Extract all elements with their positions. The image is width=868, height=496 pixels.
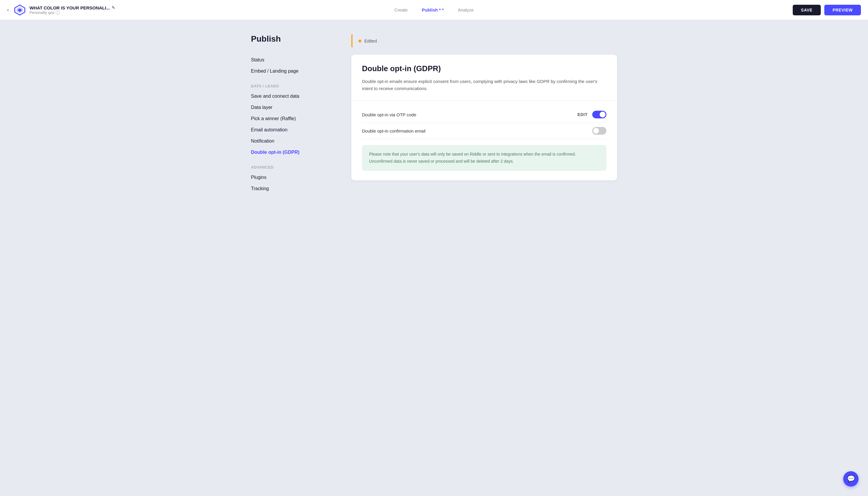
sidebar-item-plugins[interactable]: Plugins xyxy=(251,172,334,183)
toggle-otp-switch[interactable] xyxy=(592,111,606,119)
sidebar: Publish Status Embed / Landing page Data… xyxy=(251,34,334,194)
sidebar-item-status[interactable]: Status xyxy=(251,54,334,65)
sidebar-section-advanced: Advanced xyxy=(251,165,334,169)
header-nav: Create Publish * Analyze xyxy=(292,6,576,14)
header-left: ‹ WHAT COLOR IS YOUR PERSONALI... ✎ Pers… xyxy=(7,4,292,16)
sidebar-item-embed[interactable]: Embed / Landing page xyxy=(251,65,334,77)
content-area: Edited Double opt-in (GDPR) Double opt-i… xyxy=(351,34,617,194)
header-subtitle: Personality quiz i xyxy=(30,11,115,15)
info-box-text: Please note that your user's data will o… xyxy=(369,151,599,165)
preview-button[interactable]: PREVIEW xyxy=(824,5,861,15)
sidebar-item-save-connect[interactable]: Save and connect data xyxy=(251,91,334,102)
status-dot xyxy=(358,40,361,43)
chat-button[interactable]: 💬 xyxy=(843,471,858,486)
toggle-confirmation-label: Double opt-in confirmation email xyxy=(362,128,592,134)
sidebar-item-raffle[interactable]: Pick a winner (Raffle) xyxy=(251,113,334,124)
sidebar-item-notification[interactable]: Notification xyxy=(251,136,334,147)
toggle-confirmation-track xyxy=(592,127,606,135)
toggle-confirmation-thumb xyxy=(593,128,599,134)
card-title: Double opt-in (GDPR) xyxy=(362,64,606,73)
card-divider xyxy=(351,100,617,101)
chat-icon: 💬 xyxy=(847,475,855,483)
status-bar: Edited xyxy=(351,34,617,48)
toggle-row-confirmation: Double opt-in confirmation email xyxy=(362,123,606,139)
sidebar-item-double-optin[interactable]: Double opt-in (GDPR) xyxy=(251,147,334,158)
sidebar-item-tracking[interactable]: Tracking xyxy=(251,183,334,194)
sidebar-item-data-layer[interactable]: Data layer xyxy=(251,102,334,113)
toggle-otp-track xyxy=(592,111,606,119)
toggle-confirmation-switch[interactable] xyxy=(592,127,606,135)
status-text: Edited xyxy=(364,38,377,43)
toggle-otp-label: Double opt-in via OTP code xyxy=(362,112,577,117)
info-box: Please note that your user's data will o… xyxy=(362,145,606,171)
logo-icon xyxy=(14,4,26,16)
nav-analyze[interactable]: Analyze xyxy=(458,6,474,14)
sidebar-section-data: Data / Leads xyxy=(251,84,334,88)
sidebar-item-email-auto[interactable]: Email automation xyxy=(251,124,334,136)
header-title: WHAT COLOR IS YOUR PERSONALI... ✎ xyxy=(30,5,115,10)
toggle-otp-thumb xyxy=(600,112,606,118)
edit-title-icon[interactable]: ✎ xyxy=(112,5,115,10)
save-button[interactable]: SAVE xyxy=(793,5,821,15)
header-title-block: WHAT COLOR IS YOUR PERSONALI... ✎ Person… xyxy=(30,5,115,15)
back-button[interactable]: ‹ xyxy=(7,7,9,13)
app-header: ‹ WHAT COLOR IS YOUR PERSONALI... ✎ Pers… xyxy=(0,0,868,20)
card-description: Double opt-in emails ensure explicit con… xyxy=(362,78,606,92)
header-actions: SAVE PREVIEW xyxy=(576,5,861,15)
toggle-row-otp: Double opt-in via OTP code EDIT xyxy=(362,107,606,123)
main-container: Publish Status Embed / Landing page Data… xyxy=(227,20,641,208)
toggle-otp-edit[interactable]: EDIT xyxy=(577,112,588,117)
nav-publish[interactable]: Publish * xyxy=(422,6,444,14)
sidebar-title: Publish xyxy=(251,34,334,44)
nav-create[interactable]: Create xyxy=(394,6,408,14)
gdpr-card: Double opt-in (GDPR) Double opt-in email… xyxy=(351,55,617,181)
info-icon[interactable]: i xyxy=(56,11,60,15)
